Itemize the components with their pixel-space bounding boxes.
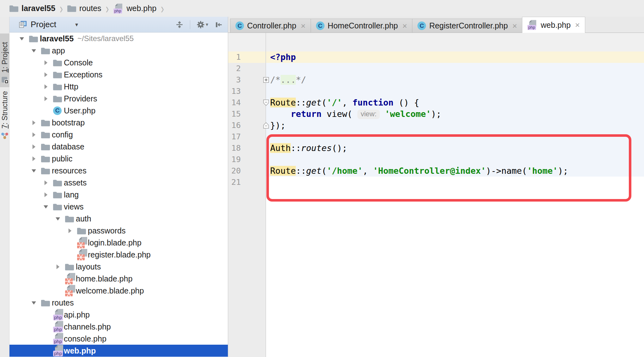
tree-expanded-chevron-icon[interactable] [29,168,41,173]
tree-item-label: views [64,202,84,211]
hide-panel-button[interactable] [215,21,223,29]
folder-icon [41,155,50,162]
tree-item-api-php[interactable]: phpapi.php [9,309,228,321]
tree-item-user-php[interactable]: CUser.php [9,105,228,117]
tree-collapsed-chevron-icon[interactable] [41,72,53,77]
line-number: 16 [228,120,241,131]
tree-item-path: ~/Sites/laravel55 [77,34,134,43]
tree-item-resources[interactable]: resources [9,165,228,177]
tree-item-label: passwords [88,226,126,235]
tree-collapsed-chevron-icon[interactable] [65,228,77,233]
tree-item-label: assets [64,178,87,187]
tree-expanded-chevron-icon[interactable] [53,216,65,221]
tree-collapsed-chevron-icon[interactable] [41,96,53,101]
tree-item-welcome-blade-php[interactable]: welcome.blade.php [9,285,228,297]
php-file-icon: php [113,3,122,14]
tree-item-providers[interactable]: Providers [9,93,228,105]
tree-item-home-blade-php[interactable]: home.blade.php [9,273,228,285]
tree-item-web-php[interactable]: phpweb.php [9,345,228,357]
code-row-background [266,177,644,188]
tree-collapsed-chevron-icon[interactable] [29,156,41,161]
tree-item-label: User.php [64,106,95,115]
fold-plus-icon[interactable] [263,77,269,84]
tree-item-app[interactable]: app [9,45,228,57]
collapse-all-button[interactable] [175,21,184,29]
breadcrumb-label: routes [79,4,101,13]
editor-tab-homecontroller-php[interactable]: CHomeController.php× [311,19,413,33]
tree-collapsed-chevron-icon[interactable] [41,180,53,185]
tree-item-laravel55[interactable]: laravel55~/Sites/laravel55 [9,33,228,45]
tree-item-layouts[interactable]: layouts [9,261,228,273]
tree-collapsed-chevron-icon[interactable] [41,60,53,65]
tree-item-register-blade-php[interactable]: register.blade.php [9,249,228,261]
code-line-18: Auth::routes(); [270,142,347,154]
breadcrumb-item[interactable]: routes [67,4,101,13]
tree-item-exceptions[interactable]: Exceptions [9,69,228,81]
close-icon[interactable]: × [301,22,306,30]
close-icon[interactable]: × [512,22,517,30]
tree-collapsed-chevron-icon[interactable] [41,192,53,197]
tree-item-label: layouts [76,262,101,271]
class-icon: C [53,106,62,115]
editor-tab-controller-php[interactable]: CController.php× [230,19,311,33]
code-row-background [266,154,644,165]
project-tool-icon [1,76,9,84]
tree-item-config[interactable]: config [9,129,228,141]
tree-item-passwords[interactable]: passwords [9,225,228,237]
tree-item-routes[interactable]: routes [9,297,228,309]
tree-item-label: lang [64,190,79,199]
line-number: 13 [228,86,241,97]
stripe-tab-project[interactable]: 1: Project [0,33,9,87]
tree-collapsed-chevron-icon[interactable] [29,120,41,125]
tree-item-console[interactable]: Console [9,57,228,69]
fold-down-icon[interactable] [263,100,269,107]
php-file-icon: php [527,20,536,30]
tree-item-database[interactable]: database [9,141,228,153]
close-icon[interactable]: × [402,22,407,30]
tree-item-http[interactable]: Http [9,81,228,93]
tree-expanded-chevron-icon[interactable] [29,300,41,305]
tree-collapsed-chevron-icon[interactable] [29,144,41,149]
stripe-tab-structure[interactable]: 7: Structure [0,93,9,143]
tree-collapsed-chevron-icon[interactable] [41,84,53,89]
tree-item-channels-php[interactable]: phpchannels.php [9,321,228,333]
tree-item-console-php[interactable]: phpconsole.php [9,333,228,345]
tree-item-lang[interactable]: lang [9,189,228,201]
code-row-background [266,86,644,97]
tree-item-views[interactable]: views [9,201,228,213]
tree-item-login-blade-php[interactable]: login.blade.php [9,237,228,249]
tree-item-auth[interactable]: auth [9,213,228,225]
fold-up-icon[interactable] [263,122,269,130]
folder-icon [53,71,62,78]
tree-expanded-chevron-icon[interactable] [41,204,53,209]
code-line-1: <?php [270,51,296,63]
line-number: 17 [228,131,241,142]
breadcrumb-item[interactable]: phpweb.php [113,3,157,14]
tree-item-label: routes [52,298,74,307]
tree-collapsed-chevron-icon[interactable] [53,264,65,269]
close-icon[interactable]: × [575,21,580,29]
settings-gear-button[interactable]: ▾ [197,21,208,29]
editor-tab-web-php[interactable]: phpweb.php× [522,17,585,33]
editor-tab-registercontroller-php[interactable]: CRegisterController.php× [412,19,522,33]
php-file-icon: php [53,345,63,356]
chevron-down-icon: ▾ [206,21,208,27]
tree-item-bootstrap[interactable]: bootstrap [9,117,228,129]
stripe-tab-label: 1: Project [1,42,9,73]
breadcrumb-item[interactable]: laravel55 [9,4,55,13]
folder-icon [29,35,38,42]
stripe-tab-label: 7: Structure [1,91,9,129]
tree-item-public[interactable]: public [9,153,228,165]
line-number: 15 [228,108,241,120]
editor-body[interactable]: 1<?php23/*...*/1314Route::get('/', funct… [228,33,644,357]
tree-expanded-chevron-icon[interactable] [17,36,29,41]
editor-area: CController.php×CHomeController.php×CReg… [228,17,644,357]
project-panel: Project ▾ ▾ laravel55~/Sites/laravel55ap… [9,17,228,357]
class-icon: C [235,21,244,30]
editor-tab-label: HomeController.php [328,21,398,30]
tree-item-assets[interactable]: assets [9,177,228,189]
tree-expanded-chevron-icon[interactable] [29,48,41,53]
tool-window-stripe: 1: Project7: Structure [0,17,9,357]
chevron-down-icon[interactable]: ▾ [75,21,78,28]
tree-collapsed-chevron-icon[interactable] [29,132,41,137]
